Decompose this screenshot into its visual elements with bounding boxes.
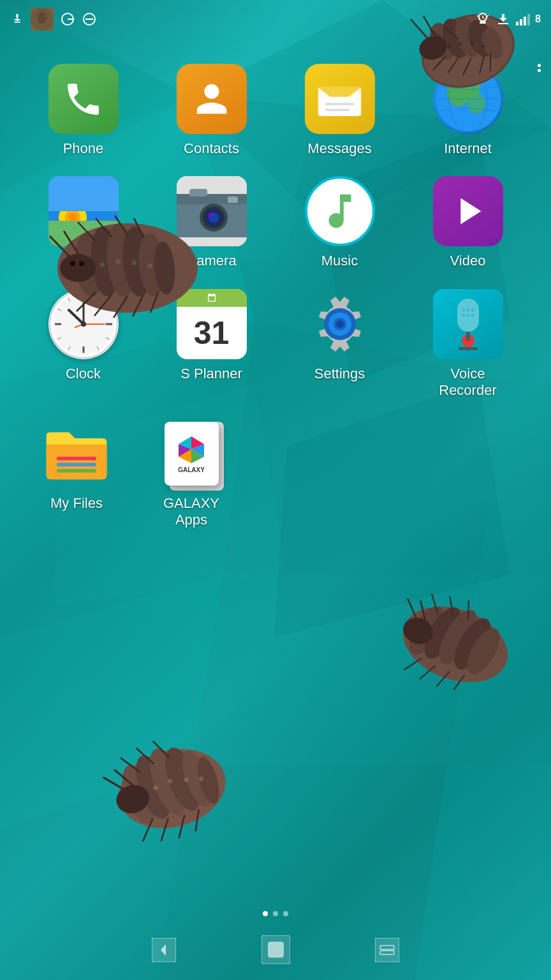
app-row-2: Gallery [19, 176, 532, 269]
app-galaxyapps-label: GALAXY Apps [163, 495, 219, 529]
status-right-icons: 8 [475, 11, 541, 27]
app-contacts-label: Contacts [184, 140, 239, 157]
back-button[interactable] [147, 932, 182, 967]
app-row-4: My Files [19, 419, 532, 529]
app-phone[interactable]: Phone [36, 64, 131, 157]
svg-point-88 [471, 309, 474, 311]
svg-rect-96 [57, 463, 96, 466]
app-clock[interactable]: Clock [36, 289, 131, 399]
svg-rect-95 [57, 456, 96, 460]
alarm-icon [475, 11, 490, 27]
app-internet-label: Internet [444, 140, 492, 157]
svg-rect-31 [498, 23, 508, 24]
page-indicators [0, 911, 551, 916]
app-messages-label: Messages [307, 140, 371, 157]
status-left-icons [10, 8, 97, 31]
svg-point-48 [69, 214, 77, 221]
svg-rect-18 [17, 16, 18, 20]
splanner-date: 31 [194, 315, 230, 352]
battery-indicator: 8 [535, 13, 541, 25]
app-voicerecorder-label: Voice Recorder [439, 366, 496, 399]
svg-rect-49 [48, 176, 119, 211]
svg-rect-60 [189, 189, 207, 197]
sync-icon [60, 11, 75, 27]
page-dot-2 [273, 911, 278, 916]
app-settings-label: Settings [314, 366, 365, 382]
app-grid: Phone Contacts [0, 51, 551, 560]
svg-point-84 [336, 320, 344, 328]
svg-rect-50 [48, 221, 119, 246]
page-dot-1 [263, 911, 268, 916]
usb-icon [10, 12, 24, 26]
app-myfiles-label: My Files [50, 495, 103, 512]
app-splanner-label: S Planner [180, 366, 242, 382]
svg-rect-97 [57, 468, 96, 472]
svg-point-86 [462, 309, 465, 311]
svg-point-80 [81, 322, 86, 327]
signal-bars [516, 13, 530, 26]
svg-point-23 [31, 8, 54, 31]
app-camera-label: Camera [186, 253, 236, 269]
svg-rect-184 [268, 942, 284, 958]
svg-rect-61 [228, 197, 238, 203]
app-gallery-label: Gallery [61, 253, 106, 269]
status-bar: 8 [0, 0, 551, 38]
svg-point-89 [462, 314, 465, 316]
app-video-label: Video [450, 253, 486, 269]
app-camera[interactable]: Camera [164, 176, 260, 269]
app-internet[interactable]: Internet [420, 64, 516, 157]
svg-rect-185 [375, 938, 399, 962]
svg-point-58 [209, 212, 214, 218]
app-clock-label: Clock [66, 366, 101, 382]
app-row-3: Clock 31 S Planner [19, 289, 532, 399]
svg-rect-30 [480, 22, 486, 24]
app-music[interactable]: Music [292, 176, 388, 269]
app-voicerecorder[interactable]: Voice Recorder [420, 289, 516, 399]
app-messages[interactable]: Messages [292, 64, 388, 157]
app-music-label: Music [321, 253, 358, 269]
svg-point-91 [471, 314, 474, 316]
svg-point-90 [467, 314, 469, 316]
app-video[interactable]: Video [420, 176, 516, 269]
recent-apps-button[interactable] [370, 932, 405, 967]
app-gallery[interactable]: Gallery [36, 176, 131, 269]
svg-line-29 [483, 17, 484, 19]
svg-point-41 [467, 93, 485, 114]
app-settings[interactable]: Settings [292, 289, 388, 399]
home-button[interactable] [258, 932, 293, 967]
svg-rect-93 [466, 332, 470, 341]
bottom-navigation [0, 932, 551, 967]
avatar-icon [31, 8, 54, 31]
page-dot-3 [283, 911, 288, 916]
app-row-1: Phone Contacts [19, 64, 532, 157]
app-splanner[interactable]: 31 S Planner [164, 289, 260, 399]
overflow-menu[interactable] [538, 64, 541, 72]
svg-point-87 [467, 309, 469, 311]
svg-rect-35 [321, 96, 359, 115]
app-contacts[interactable]: Contacts [164, 64, 260, 157]
app-phone-label: Phone [63, 140, 104, 157]
svg-point-17 [16, 14, 18, 17]
block-icon [82, 11, 97, 27]
download-icon [496, 11, 511, 27]
app-galaxyapps[interactable]: GALAXY GALAXY Apps [143, 419, 239, 529]
svg-point-59 [216, 219, 219, 222]
svg-rect-94 [459, 347, 478, 350]
app-myfiles[interactable]: My Files [29, 419, 124, 529]
